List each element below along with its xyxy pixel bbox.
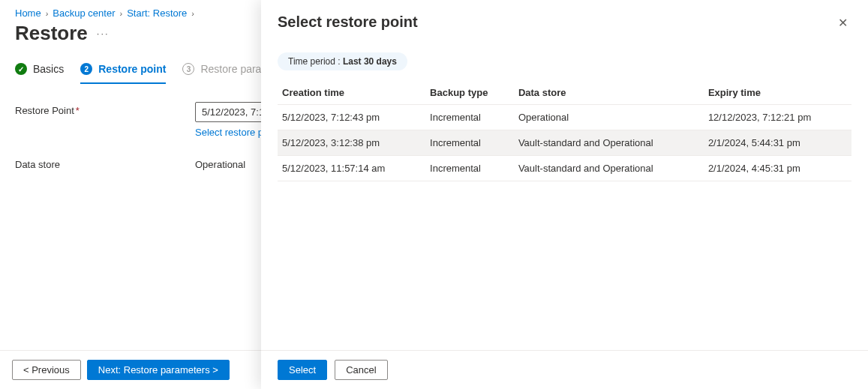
step-number-icon: 3 xyxy=(182,63,194,75)
step-restore-point[interactable]: 2 Restore point xyxy=(80,57,166,84)
cell-backup-type: Incremental xyxy=(425,105,514,130)
panel-title: Select restore point xyxy=(278,13,418,31)
cell-expiry: 2/1/2024, 5:44:31 pm xyxy=(704,130,851,156)
next-button[interactable]: Next: Restore parameters > xyxy=(87,360,230,380)
breadcrumb-backup-center[interactable]: Backup center xyxy=(53,7,115,19)
col-data-store[interactable]: Data store xyxy=(514,81,704,105)
cell-data-store: Vault-standard and Operational xyxy=(514,156,704,181)
cancel-button[interactable]: Cancel xyxy=(335,360,387,380)
page-title: Restore xyxy=(15,22,88,45)
close-icon[interactable]: ✕ xyxy=(833,13,851,31)
cell-expiry: 12/12/2023, 7:12:21 pm xyxy=(704,105,851,130)
select-restore-point-panel: Select restore point ✕ Time period : Las… xyxy=(261,0,868,389)
cell-creation: 5/12/2023, 11:57:14 am xyxy=(278,156,425,181)
chevron-right-icon: › xyxy=(191,9,194,18)
panel-footer: Select Cancel xyxy=(261,350,868,389)
cell-data-store: Vault-standard and Operational xyxy=(514,130,704,156)
col-creation-time[interactable]: Creation time xyxy=(278,81,425,105)
previous-button[interactable]: < Previous xyxy=(12,360,81,380)
cell-creation: 5/12/2023, 7:12:43 pm xyxy=(278,105,425,130)
time-period-pill[interactable]: Time period : Last 30 days xyxy=(278,52,407,70)
wizard-footer: < Previous Next: Restore parameters > xyxy=(0,350,261,389)
step-label: Restore point xyxy=(98,63,166,75)
step-number-icon: 2 xyxy=(80,63,92,75)
time-period-prefix: Time period : xyxy=(288,56,343,67)
col-backup-type[interactable]: Backup type xyxy=(425,81,514,105)
breadcrumb-start-restore[interactable]: Start: Restore xyxy=(127,7,187,19)
step-label: Basics xyxy=(33,63,64,75)
restore-point-label: Restore Point* xyxy=(15,102,195,116)
select-button[interactable]: Select xyxy=(278,360,327,380)
label-text: Restore Point xyxy=(15,105,74,116)
cell-creation: 5/12/2023, 3:12:38 pm xyxy=(278,130,425,156)
cell-backup-type: Incremental xyxy=(425,156,514,181)
breadcrumb-home[interactable]: Home xyxy=(15,7,41,19)
cell-backup-type: Incremental xyxy=(425,130,514,156)
chevron-right-icon: › xyxy=(46,9,49,18)
data-store-label: Data store xyxy=(15,156,195,170)
table-row[interactable]: 5/12/2023, 11:57:14 am Incremental Vault… xyxy=(278,156,851,181)
restore-points-table: Creation time Backup type Data store Exp… xyxy=(278,81,851,181)
time-period-value: Last 30 days xyxy=(343,56,397,67)
required-asterisk: * xyxy=(76,105,80,116)
cell-expiry: 2/1/2024, 4:45:31 pm xyxy=(704,156,851,181)
table-row[interactable]: 5/12/2023, 7:12:43 pm Incremental Operat… xyxy=(278,105,851,130)
check-circle-icon: ✓ xyxy=(15,63,27,75)
chevron-right-icon: › xyxy=(119,9,122,18)
col-expiry-time[interactable]: Expiry time xyxy=(704,81,851,105)
table-row[interactable]: 5/12/2023, 3:12:38 pm Incremental Vault-… xyxy=(278,130,851,156)
more-actions-icon[interactable]: ··· xyxy=(97,28,110,39)
cell-data-store: Operational xyxy=(514,105,704,130)
step-basics[interactable]: ✓ Basics xyxy=(15,57,64,84)
